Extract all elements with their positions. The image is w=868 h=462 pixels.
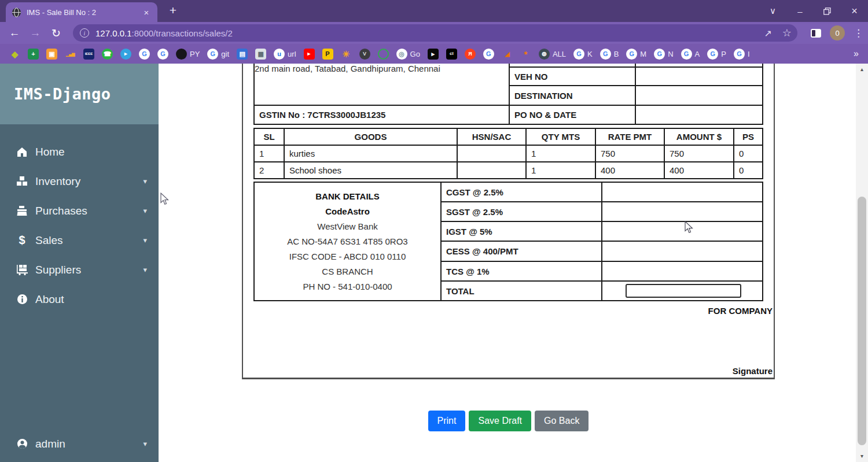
- reload-button[interactable]: ↻: [46, 22, 66, 44]
- sidebar-item-sales[interactable]: $ Sales ▾: [0, 226, 159, 255]
- bookmark-item[interactable]: cl: [446, 49, 457, 60]
- print-button[interactable]: Print: [428, 411, 466, 431]
- scrollbar-thumb[interactable]: [858, 197, 866, 445]
- mouse-cursor: [160, 193, 169, 205]
- cgst-value: [602, 182, 763, 202]
- bookmark-item[interactable]: G: [483, 49, 494, 60]
- bookmark-item[interactable]: *: [520, 49, 531, 60]
- bookmark-item[interactable]: GB: [600, 49, 619, 60]
- window-restore-button[interactable]: [814, 0, 841, 22]
- bookmark-item[interactable]: IEEE: [83, 49, 94, 60]
- bookmark-orange-emoji-icon: ☀: [341, 49, 352, 60]
- cess-value: [602, 241, 763, 261]
- sidebar-item-suppliers[interactable]: Suppliers ▾: [0, 255, 159, 284]
- bookmark-item[interactable]: PY: [176, 49, 200, 60]
- bookmark-item[interactable]: GM: [626, 49, 646, 60]
- bookmark-google-icon: G: [139, 49, 150, 60]
- bookmark-item[interactable]: GI: [734, 49, 750, 60]
- bookmark-item[interactable]: P: [322, 49, 333, 60]
- bookmark-item[interactable]: [378, 49, 389, 60]
- profile-avatar[interactable]: 0: [830, 25, 845, 40]
- scroll-down-icon[interactable]: ▾: [856, 452, 868, 461]
- bank-company-name: CodeAstro: [259, 204, 436, 219]
- bookmark-item[interactable]: +: [28, 49, 39, 60]
- bookmark-item[interactable]: G: [139, 49, 150, 60]
- bookmark-star-icon[interactable]: ☆: [782, 27, 792, 39]
- url-host: 127.0.0.1: [95, 28, 132, 38]
- chevron-down-icon[interactable]: ▾: [143, 206, 147, 215]
- chevron-down-icon[interactable]: ▾: [143, 236, 147, 245]
- bookmark-item[interactable]: ◆: [9, 49, 20, 60]
- veh-no-label: VEH NO: [509, 67, 635, 86]
- sidebar-item-label: Sales: [35, 234, 63, 247]
- bookmark-item[interactable]: ⊕ALL: [539, 49, 566, 60]
- total-input[interactable]: [626, 284, 741, 298]
- col-rate: RATE PMT: [595, 128, 664, 145]
- scroll-up-icon[interactable]: ▴: [856, 65, 868, 74]
- tab-close-icon[interactable]: ×: [141, 8, 152, 17]
- bookmark-item[interactable]: Ggit: [207, 49, 229, 60]
- sidebar-item-purchases[interactable]: Purchases ▾: [0, 196, 159, 226]
- save-draft-button[interactable]: Save Draft: [469, 411, 531, 431]
- window-minimize-button[interactable]: –: [786, 0, 814, 22]
- bookmark-label: B: [614, 50, 619, 58]
- side-panel-icon[interactable]: [811, 29, 821, 38]
- user-circle-icon: [15, 438, 29, 449]
- bookmark-item[interactable]: GK: [573, 49, 593, 60]
- bookmark-item[interactable]: Я: [465, 49, 476, 60]
- chevron-down-icon[interactable]: ▾: [143, 265, 147, 274]
- bookmark-item[interactable]: ▁▄▆: [65, 49, 76, 60]
- bookmark-label: A: [695, 50, 700, 58]
- bookmark-item[interactable]: V: [359, 49, 370, 60]
- browser-menu-icon[interactable]: ⋮: [854, 27, 863, 39]
- bookmark-green-plus-icon: +: [28, 49, 39, 60]
- go-back-button[interactable]: Go Back: [535, 411, 589, 431]
- bookmark-item[interactable]: ☎: [102, 49, 113, 60]
- bookmark-item[interactable]: GP: [707, 49, 726, 60]
- bookmark-item[interactable]: ☀: [341, 49, 352, 60]
- address-bar[interactable]: i 127.0.0.1 :8000/transactions/sales/2 ↗…: [73, 24, 797, 42]
- chevron-down-icon[interactable]: ▾: [143, 439, 147, 448]
- bookmark-item[interactable]: ►: [304, 49, 315, 60]
- sidebar-item-admin[interactable]: admin ▾: [0, 429, 159, 459]
- window-close-button[interactable]: ×: [841, 0, 868, 22]
- bookmark-item[interactable]: GA: [681, 49, 700, 60]
- sidebar-item-inventory[interactable]: Inventory ▾: [0, 167, 159, 196]
- forward-button[interactable]: →: [25, 22, 45, 44]
- sidebar-item-about[interactable]: About: [0, 284, 159, 314]
- col-ps: PS: [734, 128, 763, 145]
- for-company-label: FOR COMPANY: [243, 306, 774, 316]
- bookmark-v-icon: V: [359, 49, 370, 60]
- new-tab-button[interactable]: +: [164, 2, 182, 20]
- page-scrollbar[interactable]: ▴ ▾: [856, 64, 868, 462]
- bookmark-item[interactable]: ▣: [46, 49, 57, 60]
- bookmark-item[interactable]: ▦: [255, 49, 266, 60]
- bookmark-item[interactable]: ◎Go: [396, 49, 420, 60]
- bookmark-item[interactable]: ▤: [237, 49, 248, 60]
- total-label: TOTAL: [441, 281, 602, 301]
- sidebar-item-home[interactable]: Home: [0, 137, 159, 167]
- sgst-label: SGST @ 2.5%: [441, 202, 602, 221]
- bookmark-item[interactable]: G: [157, 49, 168, 60]
- veh-no-value: [635, 67, 763, 86]
- bookmark-item[interactable]: uurl: [274, 49, 296, 60]
- bookmark-item[interactable]: GN: [654, 49, 673, 60]
- chevron-down-icon[interactable]: ▾: [143, 177, 147, 186]
- back-button[interactable]: ←: [5, 22, 24, 44]
- bookmark-item[interactable]: ◢: [502, 49, 513, 60]
- site-info-icon[interactable]: i: [80, 28, 89, 38]
- bookmarks-overflow-icon[interactable]: »: [849, 49, 859, 59]
- browser-chevron-icon[interactable]: ∨: [759, 0, 786, 22]
- bookmark-item[interactable]: ►: [120, 49, 131, 60]
- col-qty: QTY MTS: [526, 128, 595, 145]
- bank-tax-table: BANK DETAILS CodeAstro WestView Bank AC …: [253, 182, 763, 301]
- browser-tab[interactable]: IMS - Sale Bill No : 2 ×: [6, 2, 157, 22]
- bookmark-github-icon: [176, 49, 187, 60]
- bookmark-google-icon: G: [207, 49, 218, 60]
- bookmark-leaf-icon: ◆: [9, 49, 20, 60]
- bookmark-yandex-icon: Я: [465, 49, 476, 60]
- bookmarks-bar: ◆+▣▁▄▆IEEE☎►GGPYGgit▤▦uurl►P☀V◎Go▸clЯG◢*…: [0, 44, 868, 64]
- bookmark-item[interactable]: ▸: [428, 49, 439, 60]
- share-icon[interactable]: ↗: [764, 28, 771, 39]
- bookmark-label: git: [221, 50, 229, 58]
